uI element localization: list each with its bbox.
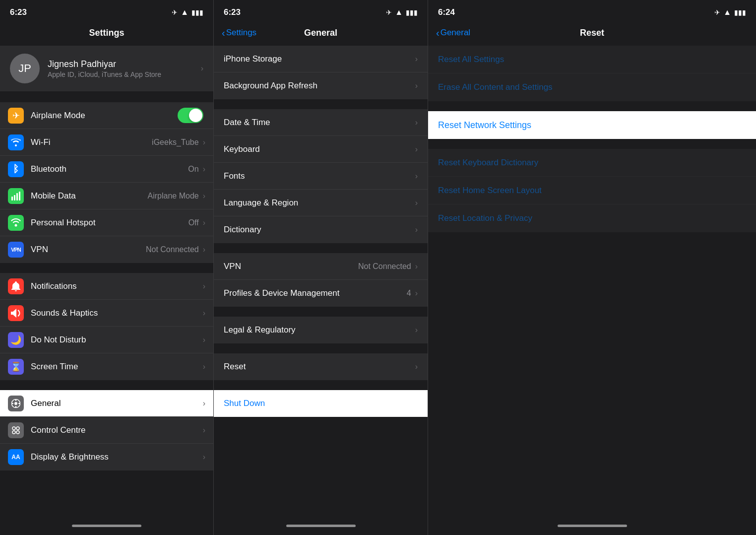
svg-point-7 [14, 402, 17, 405]
right-item-reset-location[interactable]: Reset Location & Privacy [428, 204, 756, 232]
right-item-reset-all[interactable]: Reset All Settings [428, 46, 756, 73]
right-group3: Reset Keyboard Dictionary Reset Home Scr… [428, 149, 756, 232]
separator-2 [0, 263, 213, 273]
mid-item-iphone-storage[interactable]: iPhone Storage › [214, 46, 428, 72]
mid-item-background-refresh[interactable]: Background App Refresh › [214, 72, 428, 99]
settings-item-sounds[interactable]: Sounds & Haptics › [0, 300, 213, 327]
mid-item-datetime[interactable]: Date & Time › [214, 109, 428, 136]
status-icons-mid: ✈ ▲ ▮▮▮ [386, 8, 418, 17]
nav-back-mid[interactable]: ‹ Settings [222, 28, 256, 38]
right-item-reset-homescreen[interactable]: Reset Home Screen Layout [428, 177, 756, 204]
mid-item-shutdown[interactable]: Shut Down [214, 390, 428, 417]
airplane-status-icon: ✈ [172, 8, 178, 16]
dictionary-chevron: › [415, 225, 418, 234]
status-time-mid: 6:23 [224, 7, 241, 17]
settings-item-vpn[interactable]: VPN VPN Not Connected › [0, 236, 213, 263]
mid-item-legal[interactable]: Legal & Regulatory › [214, 317, 428, 343]
settings-item-hotspot[interactable]: Personal Hotspot Off › [0, 209, 213, 236]
avatar: JP [10, 54, 40, 83]
bluetooth-label: Bluetooth [31, 164, 188, 174]
airplane-toggle[interactable] [178, 108, 203, 123]
back-label-right: General [441, 28, 470, 38]
group-notifications: Notifications › Sounds & Haptics › 🌙 Do … [0, 273, 213, 380]
vpn-label: VPN [31, 245, 146, 255]
status-time-left: 6:23 [10, 7, 27, 17]
bluetooth-icon: ᛒ [8, 161, 24, 177]
mid-sep-5 [214, 380, 428, 390]
mid-item-reset[interactable]: Reset › [214, 353, 428, 380]
right-item-reset-network[interactable]: Reset Network Settings [428, 111, 756, 139]
right-panel: 6:24 ✈ ▲ ▮▮▮ ‹ General Reset Reset All S… [428, 0, 756, 535]
panel-bottom-mid [214, 521, 428, 535]
notifications-icon [8, 278, 24, 294]
datetime-chevron: › [415, 118, 418, 127]
donotdisturb-chevron: › [203, 335, 205, 344]
background-refresh-label: Background App Refresh [224, 81, 415, 91]
bluetooth-chevron: › [203, 165, 205, 174]
mid-sep-2 [214, 243, 428, 253]
mid-panel: 6:23 ✈ ▲ ▮▮▮ ‹ Settings General iPhone S… [213, 0, 428, 535]
mid-vpn-label: VPN [224, 262, 358, 271]
settings-item-notifications[interactable]: Notifications › [0, 273, 213, 300]
iphone-storage-label: iPhone Storage [224, 54, 415, 64]
mid-item-keyboard[interactable]: Keyboard › [214, 136, 428, 163]
right-item-erase-all[interactable]: Erase All Content and Settings [428, 73, 756, 101]
display-label: Display & Brightness [31, 452, 203, 462]
settings-item-mobile[interactable]: Mobile Data Airplane Mode › [0, 183, 213, 209]
settings-item-controlcentre[interactable]: Control Centre › [0, 417, 213, 444]
reset-network-label: Reset Network Settings [438, 120, 531, 131]
right-group2: Reset Network Settings [428, 111, 756, 139]
nav-back-right[interactable]: ‹ General [436, 28, 470, 38]
notifications-chevron: › [203, 282, 205, 291]
reset-homescreen-label: Reset Home Screen Layout [438, 186, 542, 196]
settings-item-airplane[interactable]: ✈ Airplane Mode [0, 102, 213, 129]
mid-item-fonts[interactable]: Fonts › [214, 163, 428, 190]
battery-status-icon-right: ▮▮▮ [734, 8, 746, 16]
profiles-label: Profiles & Device Management [224, 288, 407, 298]
wifi-status-icon-right: ▲ [723, 8, 731, 17]
mid-item-vpn[interactable]: VPN Not Connected › [214, 253, 428, 280]
settings-item-bluetooth[interactable]: ᛒ Bluetooth On › [0, 156, 213, 183]
left-panel-title: Settings [89, 28, 124, 38]
hotspot-chevron: › [203, 218, 205, 227]
home-indicator-right [558, 525, 627, 527]
settings-item-donotdisturb[interactable]: 🌙 Do Not Disturb › [0, 327, 213, 353]
profile-subtitle: Apple ID, iCloud, iTunes & App Store [48, 70, 161, 78]
legal-chevron: › [415, 326, 418, 334]
wifi-value: iGeeks_Tube [152, 138, 199, 147]
svg-point-15 [16, 431, 19, 434]
profile-row[interactable]: JP Jignesh Padhiyar Apple ID, iCloud, iT… [0, 46, 213, 91]
separator-1 [0, 92, 213, 102]
nav-bar-left: Settings [0, 22, 213, 46]
mobile-value: Airplane Mode [148, 192, 199, 201]
settings-item-general[interactable]: General › [0, 390, 213, 417]
group-connectivity: ✈ Airplane Mode Wi-Fi iGeeks_Tube › ᛒ Bl… [0, 102, 213, 263]
svg-rect-1 [14, 195, 15, 201]
separator-3 [0, 380, 213, 390]
airplane-status-icon-mid: ✈ [386, 8, 392, 16]
settings-item-display[interactable]: AA Display & Brightness › [0, 444, 213, 470]
mid-item-dictionary[interactable]: Dictionary › [214, 216, 428, 243]
right-panel-title: Reset [580, 28, 604, 38]
right-item-reset-keyboard[interactable]: Reset Keyboard Dictionary [428, 149, 756, 177]
settings-item-screentime[interactable]: ⌛ Screen Time › [0, 353, 213, 380]
mid-item-language[interactable]: Language & Region › [214, 190, 428, 216]
hotspot-icon [8, 215, 24, 231]
back-chevron-mid: ‹ [222, 28, 225, 38]
profiles-value: 4 [407, 289, 411, 298]
battery-status-icon-mid: ▮▮▮ [406, 8, 418, 16]
settings-item-wifi[interactable]: Wi-Fi iGeeks_Tube › [0, 129, 213, 156]
reset-location-label: Reset Location & Privacy [438, 213, 532, 223]
controlcentre-label: Control Centre [31, 425, 203, 435]
mid-item-profiles[interactable]: Profiles & Device Management 4 › [214, 280, 428, 307]
status-icons-left: ✈ ▲ ▮▮▮ [172, 8, 203, 17]
mid-group5: Reset › [214, 353, 428, 380]
right-group1: Reset All Settings Erase All Content and… [428, 46, 756, 101]
screentime-chevron: › [203, 362, 205, 371]
donotdisturb-label: Do Not Disturb [31, 335, 203, 345]
iphone-storage-chevron: › [415, 55, 418, 64]
wifi-status-icon-mid: ▲ [395, 8, 403, 17]
wifi-chevron: › [203, 138, 205, 147]
status-bar-left: 6:23 ✈ ▲ ▮▮▮ [0, 0, 213, 22]
svg-point-13 [16, 427, 19, 430]
